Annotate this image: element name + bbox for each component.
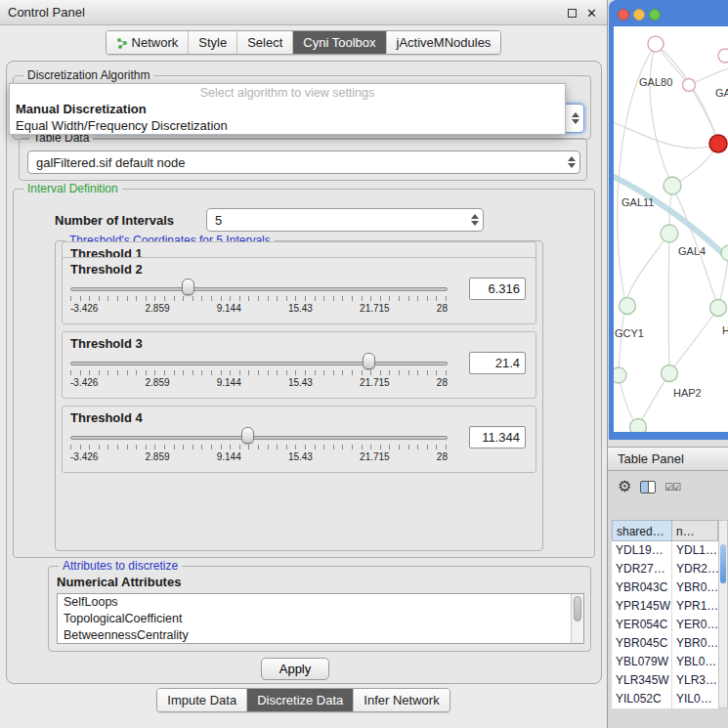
table-data-combo[interactable]: galFiltered.sif default node [27, 150, 580, 174]
algorithm-dropdown-popup: Select algorithm to view settings Manual… [9, 83, 566, 135]
window-traffic-lights [618, 9, 661, 21]
node-circle[interactable] [662, 365, 678, 382]
tab-label: jActiveMNodules [397, 35, 492, 50]
threshold-2-panel: Threshold 2 6.316 -3.4262.8599.14415.432… [62, 257, 536, 324]
node-circle[interactable] [661, 225, 678, 242]
combo-arrows-icon [566, 108, 579, 128]
tab-impute-data[interactable]: Impute Data [157, 689, 247, 711]
close-window-button[interactable] [618, 9, 629, 21]
network-canvas[interactable]: GAL80 GA GAL11 GAL4 GCY1 H HAP2 [614, 26, 728, 432]
column-header-name[interactable]: n… [672, 520, 718, 541]
node-label-gal11: GAL11 [621, 196, 654, 208]
node-circle[interactable] [718, 49, 728, 63]
node-circle[interactable] [614, 367, 626, 383]
network-icon [116, 37, 128, 49]
tab-label: Cyni Toolbox [303, 35, 375, 50]
node-circle[interactable] [683, 79, 696, 92]
group-title: Discretization Algorithm [23, 68, 153, 82]
slider-ticks [70, 296, 448, 301]
node-circle[interactable] [630, 419, 647, 433]
table-row[interactable]: YBR043CYBR0… [612, 578, 728, 597]
node-circle[interactable] [648, 36, 664, 52]
tab-label: Impute Data [167, 693, 236, 707]
threshold-4-slider[interactable]: -3.4262.8599.14415.4321.71528 [70, 423, 448, 470]
select-columns-icon[interactable]: ☑☑ [664, 482, 680, 492]
slider-thumb[interactable] [363, 353, 375, 369]
tab-network[interactable]: Network [107, 31, 190, 54]
float-window-icon[interactable] [568, 9, 577, 18]
cyni-toolbox-panel: Discretization Algorithm Select algorith… [6, 61, 602, 684]
threshold-3-value-field[interactable]: 21.4 [469, 352, 526, 374]
slider-thumb[interactable] [182, 278, 194, 295]
minimize-window-button[interactable] [633, 9, 645, 21]
column-header-shared[interactable]: shared… [612, 520, 672, 541]
node-circle[interactable] [620, 298, 636, 315]
list-item-topologicalcoefficient[interactable]: TopologicalCoefficient [58, 611, 583, 627]
list-item-selfloops[interactable]: SelfLoops [58, 594, 583, 611]
combo-arrows-icon [562, 152, 576, 172]
top-tab-bar: Network Style Select Cyni Toolbox jActiv… [0, 30, 607, 55]
window-title: Control Panel [0, 5, 85, 20]
threshold-3-slider[interactable]: -3.4262.8599.14415.4321.71528 [70, 349, 448, 396]
table-row[interactable]: YBR045CYBR0… [612, 634, 728, 653]
tab-label: Infer Network [364, 693, 439, 707]
slider-track[interactable] [70, 436, 448, 440]
table-row[interactable]: YER054CYER0… [612, 616, 728, 634]
list-scrollbar[interactable] [571, 594, 583, 643]
group-table-data: Table Data galFiltered.sif default node [19, 138, 587, 181]
table-header-row: shared… n… [612, 520, 728, 541]
node-label-gcy1: GCY1 [615, 327, 644, 339]
zoom-window-button[interactable] [649, 9, 661, 21]
tab-select[interactable]: Select [237, 31, 293, 54]
table-scrollbar-thumb[interactable] [720, 544, 726, 583]
node-circle[interactable] [664, 177, 681, 194]
combo-value: 5 [215, 213, 465, 228]
columns-icon[interactable] [640, 481, 656, 493]
selected-node-circle[interactable] [709, 135, 727, 152]
num-intervals-combo[interactable]: 5 [206, 208, 484, 232]
table-row[interactable]: YBL079WYBL0… [612, 653, 728, 671]
control-panel-window: Control Panel ✕ Network Style Select Cyn… [0, 0, 608, 728]
table-row[interactable]: YDR27…YDR2… [612, 560, 728, 578]
group-threshold-coordinates: Threshold's Coordinates for 5 Intervals … [55, 240, 543, 551]
threshold-4-panel: Threshold 4 11.344 -3.4262.8599.14415.43… [62, 406, 536, 473]
slider-track[interactable] [70, 287, 448, 291]
group-attributes-to-discretize: Attributes to discretize Numerical Attri… [48, 566, 591, 652]
dropdown-option-equal-width-frequency[interactable]: Equal Width/Frequency Discretization [10, 117, 565, 134]
tab-label: Network [132, 35, 179, 50]
node-table: shared… n… YDL19…YDL1… YDR27…YDR2… YBR04… [612, 520, 728, 708]
table-row[interactable]: YLR345WYLR3… [612, 671, 728, 690]
tab-style[interactable]: Style [189, 31, 237, 54]
tab-cyni-toolbox[interactable]: Cyni Toolbox [293, 31, 386, 54]
close-icon[interactable]: ✕ [586, 7, 597, 20]
threshold-2-slider[interactable]: -3.4262.8599.14415.4321.71528 [70, 275, 448, 321]
group-title: Interval Definition [23, 182, 122, 195]
network-view-window: GAL80 GA GAL11 GAL4 GCY1 H HAP2 [609, 0, 728, 440]
gear-icon[interactable]: ⚙ [618, 479, 631, 494]
node-circle[interactable] [721, 245, 728, 261]
tab-jactivemnodules[interactable]: jActiveMNodules [387, 31, 501, 54]
slider-track[interactable] [70, 362, 448, 365]
threshold-4-value-field[interactable]: 11.344 [469, 426, 526, 449]
table-row[interactable]: YDL19…YDL1… [612, 541, 728, 560]
table-row[interactable]: YPR145WYPR1… [612, 597, 728, 616]
slider-thumb[interactable] [241, 427, 254, 444]
dropdown-option-manual-discretization[interactable]: Manual Discretization [10, 101, 565, 117]
list-item-betweennesscentrality[interactable]: BetweennessCentrality [58, 627, 583, 644]
apply-button[interactable]: Apply [261, 658, 329, 680]
slider-scale: -3.4262.8599.14415.4321.71528 [70, 303, 448, 314]
dropdown-placeholder: Select algorithm to view settings [10, 84, 565, 101]
table-panel: ⚙ ☑☑ shared… n… YDL19…YDL1… YDR27…YDR2… … [608, 471, 728, 728]
table-toolbar: ⚙ ☑☑ [618, 479, 680, 494]
threshold-2-value-field[interactable]: 6.316 [469, 278, 526, 300]
node-circle[interactable] [710, 300, 727, 317]
slider-scale: -3.4262.8599.14415.4321.71528 [70, 451, 448, 462]
tab-infer-network[interactable]: Infer Network [354, 689, 449, 711]
group-title: Attributes to discretize [59, 559, 182, 573]
table-scrollbar[interactable] [718, 520, 728, 708]
threshold-3-panel: Threshold 3 21.4 -3.4262.8599.14415.4321… [62, 331, 536, 399]
tab-discretize-data[interactable]: Discretize Data [247, 689, 354, 711]
table-row[interactable]: YIL052CYIL0… [612, 690, 728, 708]
list-scrollbar-thumb[interactable] [574, 596, 581, 621]
numerical-attributes-list: SelfLoops TopologicalCoefficient Between… [57, 593, 584, 644]
